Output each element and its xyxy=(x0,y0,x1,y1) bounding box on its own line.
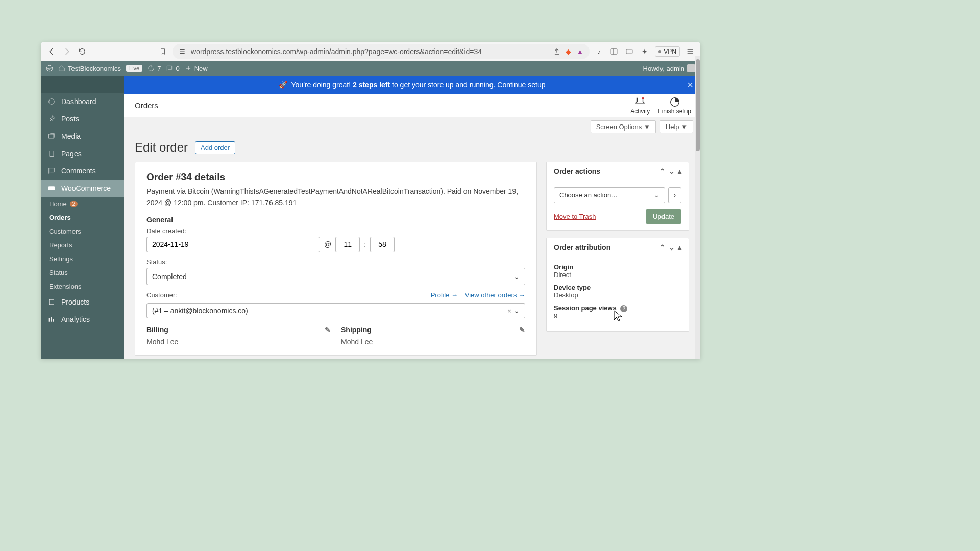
billing-name: Mohd Lee xyxy=(146,338,331,346)
device-type-label: Device type xyxy=(554,284,681,291)
svg-rect-2 xyxy=(626,49,632,54)
sidebar-item-dashboard[interactable]: Dashboard xyxy=(41,93,124,110)
forward-button[interactable] xyxy=(61,46,72,57)
order-actions-title: Order actions xyxy=(554,167,600,176)
menu-icon[interactable] xyxy=(685,46,695,57)
live-badge: Live xyxy=(126,65,142,72)
svg-rect-5 xyxy=(49,134,54,138)
screen-options-button[interactable]: Screen Options ▼ xyxy=(591,120,656,133)
chevron-down-icon[interactable]: ⌄ xyxy=(669,243,675,252)
back-button[interactable] xyxy=(46,46,57,57)
comments-link[interactable]: 0 xyxy=(166,65,179,72)
sidebar-sub-settings[interactable]: Settings xyxy=(41,252,124,266)
options-row: Screen Options ▼ Help ▼ xyxy=(124,117,700,136)
order-actions-widget: Order actions ⌃ ⌄ ▴ Choose an action… xyxy=(546,162,689,231)
chevron-down-icon[interactable]: ⌄ xyxy=(669,167,675,176)
sidebar-sub-customers[interactable]: Customers xyxy=(41,224,124,238)
sidebar-item-woocommerce[interactable]: WooCommerce xyxy=(41,180,124,197)
pin-icon xyxy=(47,114,56,123)
howdy-link[interactable]: Howdy, admin xyxy=(643,64,695,72)
close-icon[interactable]: × xyxy=(687,79,693,91)
reload-button[interactable] xyxy=(77,46,88,57)
customer-select[interactable]: (#1 – ankit@blockonomics.co) ×⌄ xyxy=(146,303,525,318)
sidebar-toggle-icon[interactable] xyxy=(609,46,619,57)
brave-shield-icon[interactable]: ◆ xyxy=(566,47,571,56)
order-details-panel: Order #34 details Payment via Bitcoin (W… xyxy=(135,162,537,356)
sidebar-item-analytics[interactable]: Analytics xyxy=(41,311,124,328)
update-button[interactable]: Update xyxy=(646,209,681,224)
hour-input[interactable] xyxy=(335,237,360,252)
chevron-down-icon: ⌄ xyxy=(654,191,659,199)
wallet-icon[interactable] xyxy=(624,46,634,57)
woo-icon xyxy=(47,184,56,193)
activity-button[interactable]: Activity xyxy=(630,96,650,115)
vpn-button[interactable]: VPN xyxy=(655,46,680,57)
setup-banner: 🚀 You're doing great! 2 steps left to ge… xyxy=(124,76,700,94)
chevron-down-icon: ⌄ xyxy=(513,307,520,315)
at-symbol: @ xyxy=(324,240,331,248)
order-action-select[interactable]: Choose an action… ⌄ xyxy=(554,187,665,203)
address-bar[interactable]: wordpress.testblockonomics.com/wp-admin/… xyxy=(173,44,590,59)
device-type-value: Desktop xyxy=(554,291,681,299)
sidebar-item-media[interactable]: Media xyxy=(41,128,124,145)
help-button[interactable]: Help ▼ xyxy=(660,120,693,133)
page-title: Edit order xyxy=(135,140,188,155)
sidebar-sub-extensions[interactable]: Extensions xyxy=(41,280,124,293)
brave-triangle-icon[interactable]: ▲ xyxy=(576,47,583,56)
page-icon xyxy=(47,149,56,158)
add-order-button[interactable]: Add order xyxy=(195,141,235,154)
share-icon[interactable] xyxy=(553,48,560,55)
chevron-up-icon[interactable]: ⌃ xyxy=(659,167,666,176)
profile-link[interactable]: Profile → xyxy=(431,291,458,299)
products-icon xyxy=(47,297,56,307)
sidebar-item-comments[interactable]: Comments xyxy=(41,162,124,180)
order-attribution-widget: Order attribution ⌃ ⌄ ▴ Origin Direct xyxy=(546,238,689,332)
billing-label: Billing xyxy=(146,325,168,334)
finish-setup-button[interactable]: Finish setup xyxy=(658,96,691,115)
edit-shipping-icon[interactable]: ✎ xyxy=(519,325,525,334)
order-details-title: Order #34 details xyxy=(146,171,525,183)
shipping-name: Mohd Lee xyxy=(341,338,525,346)
caret-up-icon[interactable]: ▴ xyxy=(678,167,681,176)
sidebar-sub-reports[interactable]: Reports xyxy=(41,238,124,252)
session-views-value: 9 xyxy=(554,312,681,320)
continue-setup-link[interactable]: Continue setup xyxy=(497,81,545,89)
clear-customer-icon[interactable]: × xyxy=(507,307,511,315)
site-link[interactable]: TestBlockonomics xyxy=(58,65,121,72)
browser-toolbar: wordpress.testblockonomics.com/wp-admin/… xyxy=(41,42,700,61)
sidebar-sub-home[interactable]: Home 2 xyxy=(41,197,124,211)
apply-action-button[interactable]: › xyxy=(668,187,681,203)
top-area: Orders Activity Finish setup xyxy=(124,94,700,117)
date-created-input[interactable] xyxy=(146,237,320,252)
origin-value: Direct xyxy=(554,271,681,279)
sidebar-item-pages[interactable]: Pages xyxy=(41,145,124,162)
sidebar-item-products[interactable]: Products xyxy=(41,293,124,311)
new-link[interactable]: New xyxy=(185,65,208,72)
sidebar-sub-orders[interactable]: Orders xyxy=(41,211,124,224)
browser-window: wordpress.testblockonomics.com/wp-admin/… xyxy=(41,42,700,359)
edit-billing-icon[interactable]: ✎ xyxy=(325,325,331,334)
sparkle-icon[interactable]: ✦ xyxy=(640,46,650,57)
view-other-orders-link[interactable]: View other orders → xyxy=(465,291,525,299)
sidebar-item-posts[interactable]: Posts xyxy=(41,110,124,128)
chevron-up-icon[interactable]: ⌃ xyxy=(659,243,666,252)
updates-link[interactable]: 7 xyxy=(148,65,161,72)
sidebar-sub-status[interactable]: Status xyxy=(41,266,124,280)
caret-up-icon[interactable]: ▴ xyxy=(678,243,681,252)
site-settings-icon[interactable] xyxy=(179,48,186,55)
move-to-trash-link[interactable]: Move to Trash xyxy=(554,213,596,220)
admin-sidebar: Dashboard Posts Media Pages Comments Woo… xyxy=(41,76,124,359)
scroll-thumb[interactable] xyxy=(696,59,700,151)
chevron-down-icon: ⌄ xyxy=(513,272,520,281)
svg-point-9 xyxy=(642,97,644,99)
svg-rect-8 xyxy=(49,299,54,304)
bookmark-icon[interactable] xyxy=(157,46,168,57)
vertical-scrollbar[interactable] xyxy=(695,56,700,359)
info-icon[interactable]: ? xyxy=(620,305,627,312)
session-views-label: Session page views xyxy=(554,304,617,312)
wp-body: Dashboard Posts Media Pages Comments Woo… xyxy=(41,76,700,359)
minute-input[interactable] xyxy=(370,237,395,252)
music-icon[interactable]: ♪ xyxy=(594,46,604,57)
wp-logo-icon[interactable] xyxy=(46,65,53,72)
status-select[interactable]: Completed ⌄ xyxy=(146,268,525,285)
